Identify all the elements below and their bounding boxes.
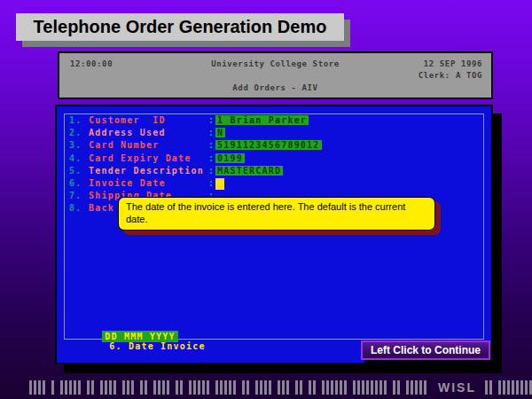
barcode-group	[215, 380, 238, 395]
barcode-bar	[419, 380, 422, 395]
barcode-right	[485, 380, 532, 395]
terminal-header-panel: 12:00:00 University College Store 12 SEP…	[58, 51, 493, 99]
barcode-bar	[375, 380, 378, 395]
barcode-bar	[29, 380, 32, 395]
barcode-bar	[411, 380, 413, 395]
field-value[interactable]: 5191123456789012	[215, 140, 322, 150]
barcode-bar	[176, 380, 178, 395]
input-cursor[interactable]	[215, 178, 224, 190]
barcode-bar	[145, 380, 147, 395]
barcode-bar	[498, 380, 501, 395]
barcode-group	[485, 380, 494, 395]
barcode-bar	[105, 380, 107, 395]
barcode-bar	[78, 380, 81, 395]
field-label: Customer ID	[89, 115, 166, 125]
field-value[interactable]: 1 Brian Parker	[215, 115, 309, 125]
slide-title-bar: Telephone Order Generation Demo	[16, 13, 344, 41]
barcode-bar	[122, 380, 125, 395]
field-value[interactable]: N	[215, 128, 225, 137]
barcode-bar	[100, 380, 103, 395]
barcode-bar	[353, 380, 356, 395]
barcode-bar	[255, 380, 258, 395]
barcode-bar	[264, 380, 267, 395]
barcode-bar	[65, 380, 67, 395]
barcode-bar	[525, 380, 528, 395]
barcode-bar	[415, 380, 418, 395]
terminal-screen-title: Add Orders - AIV	[59, 83, 491, 92]
barcode-bar	[202, 380, 205, 395]
barcode-bar	[180, 380, 183, 395]
barcode-bar	[344, 380, 347, 395]
field-label: Card Number	[89, 140, 159, 150]
barcode-bar	[215, 380, 218, 395]
barcode-bar	[162, 380, 165, 395]
barcode-bar	[335, 380, 338, 395]
barcode-bar	[60, 380, 63, 395]
barcode-bar	[140, 380, 143, 395]
barcode-group	[309, 380, 317, 395]
barcode-group	[140, 380, 149, 395]
field-number: 3.	[69, 140, 82, 150]
barcode-bar	[109, 380, 112, 395]
barcode-bar	[520, 380, 523, 395]
barcode-bar	[357, 380, 360, 395]
field-label: Tender Description	[89, 166, 204, 176]
barcode-bar	[485, 380, 488, 395]
barcode-bar	[406, 380, 409, 395]
barcode-bar	[193, 380, 196, 395]
field-colon: :	[208, 166, 215, 176]
field-colon: :	[208, 115, 215, 125]
terminal-screen: 1.Customer ID:1 Brian Parker2.Address Us…	[55, 105, 493, 364]
field-value[interactable]: MASTERCARD	[215, 166, 283, 176]
barcode-bar	[167, 380, 169, 395]
barcode-bar	[331, 380, 333, 395]
barcode-bar	[43, 380, 45, 395]
barcode-bar	[34, 380, 36, 395]
field-colon: :	[208, 153, 215, 163]
barcode-bar	[512, 380, 514, 395]
barcode-left	[29, 380, 433, 395]
barcode-bar	[393, 380, 395, 395]
terminal-clerk: Clerk: A TOG	[419, 71, 482, 80]
barcode-bar	[69, 380, 72, 395]
barcode-group	[176, 380, 184, 395]
tooltip-text: The date of the invoice is entered here.…	[126, 201, 405, 224]
barcode-bar	[340, 380, 342, 395]
barcode-bar	[516, 380, 519, 395]
barcode-bar	[242, 380, 245, 395]
barcode-bar	[189, 380, 192, 395]
slide: Telephone Order Generation Demo 12:00:00…	[0, 0, 532, 399]
field-number: 8.	[69, 203, 82, 213]
barcode-bar	[489, 380, 492, 395]
field-number: 5.	[69, 166, 82, 176]
barcode-group	[60, 380, 82, 395]
barcode-bar	[326, 380, 329, 395]
barcode-bar	[286, 380, 289, 395]
barcode-bar	[158, 380, 160, 395]
barcode-group	[278, 380, 291, 395]
barcode-group	[153, 380, 171, 395]
barcode-bar	[113, 380, 116, 395]
continue-button[interactable]: Left Click to Continue	[361, 340, 490, 360]
barcode-bar	[246, 380, 249, 395]
barcode-bar	[503, 380, 505, 395]
status-line: DD MMM YYYY 6. Date Invoice	[64, 322, 206, 361]
barcode-bar	[51, 380, 54, 395]
barcode-bar	[127, 380, 129, 395]
barcode-group	[189, 380, 211, 395]
barcode-bar	[224, 380, 227, 395]
field-value[interactable]: 0199	[215, 153, 245, 163]
barcode-bar	[322, 380, 325, 395]
slide-title: Telephone Order Generation Demo	[34, 17, 327, 36]
barcode-bar	[300, 380, 302, 395]
barcode-group	[393, 380, 402, 395]
barcode-bar	[366, 380, 369, 395]
barcode-group	[406, 380, 428, 395]
field-colon: :	[208, 140, 215, 150]
barcode-bar	[295, 380, 298, 395]
barcode-bar	[153, 380, 156, 395]
barcode-bar	[397, 380, 400, 395]
barcode-group	[100, 380, 118, 395]
field-label: Address Used	[89, 128, 166, 137]
field-label: Invoice Date	[89, 178, 166, 188]
